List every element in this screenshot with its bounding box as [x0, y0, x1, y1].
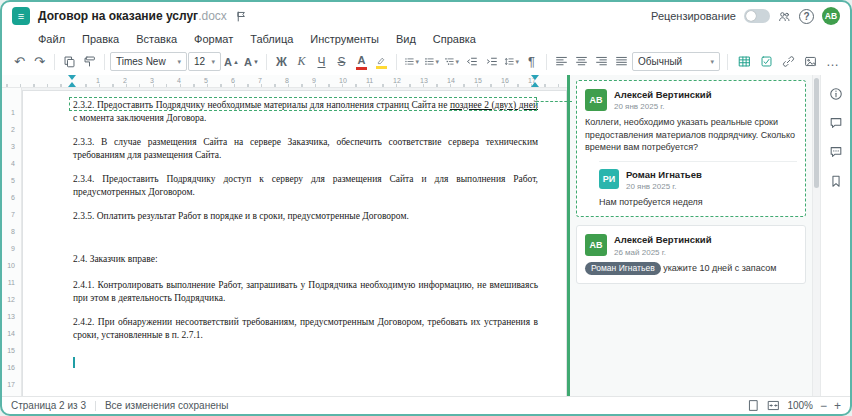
menu-view[interactable]: Вид: [396, 33, 416, 45]
right-indent-marker[interactable]: [531, 78, 539, 87]
comment-date: 26 май 2025 г.: [614, 248, 712, 257]
menu-insert[interactable]: Вставка: [136, 33, 177, 45]
review-toggle[interactable]: [744, 9, 770, 23]
menu-help[interactable]: Справка: [433, 33, 476, 45]
text-cursor: [73, 357, 75, 368]
toolbar-separator: [546, 54, 547, 70]
document-page[interactable]: 2.3.2. Предоставить Подрядчику необходим…: [22, 90, 567, 396]
document-title[interactable]: Договор на оказание услуг.docx: [38, 9, 227, 23]
align-justify-button[interactable]: [612, 52, 631, 72]
font-size-select[interactable]: 12▾: [188, 52, 221, 71]
insert-image-button[interactable]: [801, 52, 820, 72]
paragraph-2-3-3[interactable]: 2.3.3. В случае размещения Сайта на серв…: [73, 136, 538, 161]
italic-button[interactable]: К: [292, 52, 311, 72]
fit-page-icon[interactable]: [747, 399, 760, 412]
comment-author: Алексей Вертинский: [614, 89, 712, 100]
fit-width-icon[interactable]: [767, 399, 780, 412]
comment-text-tail: укажите 10 дней с запасом: [661, 263, 777, 273]
toolbar-right-cluster: Обычный▾ …: [632, 52, 842, 72]
underline-button[interactable]: Ч: [312, 52, 331, 72]
paragraph-2-3-5[interactable]: 2.3.5. Оплатить результат Работ в порядк…: [73, 210, 538, 223]
menu-file[interactable]: Файл: [38, 33, 65, 45]
paragraph-2-4[interactable]: 2.4. Заказчик вправе:: [73, 253, 538, 266]
collaborators-icon[interactable]: [778, 10, 791, 23]
menu-edit[interactable]: Правка: [82, 33, 119, 45]
bullet-list-button[interactable]: ▾: [402, 52, 421, 72]
menu-bar: Файл Правка Вставка Формат Таблица Инстр…: [2, 30, 850, 48]
line-spacing-button[interactable]: ▾: [502, 52, 521, 72]
comment-reply[interactable]: РИ Роман Игнатьев 20 янв 2025 г. Нам пот…: [599, 161, 797, 209]
main-area: 1234567891011121314151617 12345678910111…: [2, 75, 850, 396]
h-ruler-ticks: [2, 84, 567, 87]
decrease-indent-button[interactable]: [462, 52, 481, 72]
feedback-icon[interactable]: [829, 145, 843, 159]
info-icon[interactable]: [829, 87, 843, 101]
insert-link-button[interactable]: [779, 52, 798, 72]
toolbar-separator: [104, 54, 105, 70]
paragraph-text: с момента заключения Договора.: [73, 113, 206, 123]
align-left-button[interactable]: [552, 52, 571, 72]
increase-indent-button[interactable]: [482, 52, 501, 72]
format-painter-button[interactable]: [80, 52, 99, 72]
font-name-select[interactable]: Times New▾: [110, 52, 187, 71]
app-logo-icon[interactable]: ≡: [12, 7, 30, 25]
left-indent-marker[interactable]: [68, 78, 76, 87]
reply-date: 20 янв 2025 г.: [626, 182, 702, 191]
toolbar-separator: [54, 54, 55, 70]
align-right-button[interactable]: [592, 52, 611, 72]
reply-avatar: РИ: [599, 169, 619, 189]
highlight-color-button[interactable]: [372, 52, 391, 72]
comment-thread-2[interactable]: АВ Алексей Вертинский 26 май 2025 г. Ром…: [576, 225, 806, 283]
copy-button[interactable]: [60, 52, 79, 72]
increase-font-button[interactable]: А▲: [222, 52, 241, 72]
file-extension: .docx: [198, 9, 227, 23]
insert-table-button[interactable]: [735, 52, 754, 72]
vertical-scrollbar[interactable]: [812, 75, 820, 396]
decrease-font-button[interactable]: А▼: [242, 52, 261, 72]
comment-author: Алексей Вертинский: [614, 234, 712, 245]
paragraph-2-3-4[interactable]: 2.3.4. Предоставить Подрядчику доступ к …: [73, 173, 538, 198]
vertical-ruler[interactable]: 123456789101112131415161718: [2, 88, 22, 396]
insert-checkbox-button[interactable]: [757, 52, 776, 72]
comment-text: Роман Игнатьев укажите 10 дней с запасом: [585, 262, 797, 275]
paragraph-2-4-1[interactable]: 2.4.1. Контролировать выполнение Работ, …: [73, 279, 538, 304]
multilevel-list-button[interactable]: ▾: [442, 52, 461, 72]
strikethrough-button[interactable]: S: [332, 52, 351, 72]
zoom-out-button[interactable]: −: [820, 400, 827, 412]
menu-format[interactable]: Формат: [194, 33, 233, 45]
page-indicator[interactable]: Страница 2 из 3: [11, 400, 86, 411]
toolbar-separator: [266, 54, 267, 70]
paragraph-style-select[interactable]: Обычный▾: [632, 52, 720, 71]
menu-tools[interactable]: Инструменты: [310, 33, 379, 45]
comments-panel: АВ Алексей Вертинский 20 янв 2025 г. Кол…: [567, 75, 812, 396]
paragraph-2-3-2[interactable]: 2.3.2. Предоставить Подрядчику необходим…: [73, 99, 538, 124]
toolbar-more-button[interactable]: …: [823, 52, 842, 72]
help-icon[interactable]: ?: [799, 9, 814, 24]
comment-avatar: АВ: [585, 89, 607, 111]
menu-table[interactable]: Таблица: [250, 33, 293, 45]
tracked-insertion: позднее 2 (двух) дней: [450, 100, 538, 110]
bookmark-icon[interactable]: [829, 174, 843, 188]
comment-thread-1[interactable]: АВ Алексей Вертинский 20 янв 2025 г. Кол…: [576, 80, 806, 217]
font-color-button[interactable]: А: [352, 52, 371, 72]
user-avatar[interactable]: АВ: [822, 7, 840, 25]
scrollbar-thumb[interactable]: [814, 78, 819, 188]
zoom-in-button[interactable]: +: [834, 400, 841, 412]
mention-chip[interactable]: Роман Игнатьев: [585, 262, 661, 274]
comment-connector-line: [536, 101, 572, 102]
horizontal-ruler[interactable]: 1234567891011121314151617: [2, 75, 567, 88]
right-sidebar: [820, 75, 850, 396]
zoom-level[interactable]: 100%: [787, 400, 813, 411]
redo-button[interactable]: ↷: [30, 52, 49, 72]
align-center-button[interactable]: [572, 52, 591, 72]
comments-icon[interactable]: [829, 116, 843, 130]
undo-button[interactable]: ↶: [10, 52, 29, 72]
toolbar-separator: [727, 54, 728, 70]
reply-text: Нам потребуется неделя: [599, 196, 797, 208]
comment-date: 20 янв 2025 г.: [614, 102, 712, 111]
numbered-list-button[interactable]: ▾: [422, 52, 441, 72]
paragraph-marks-button[interactable]: ¶: [522, 52, 541, 72]
paragraph-2-4-2[interactable]: 2.4.2. При обнаружении несоответствий тр…: [73, 316, 538, 341]
favorite-flag-icon[interactable]: [235, 10, 248, 23]
bold-button[interactable]: Ж: [272, 52, 291, 72]
